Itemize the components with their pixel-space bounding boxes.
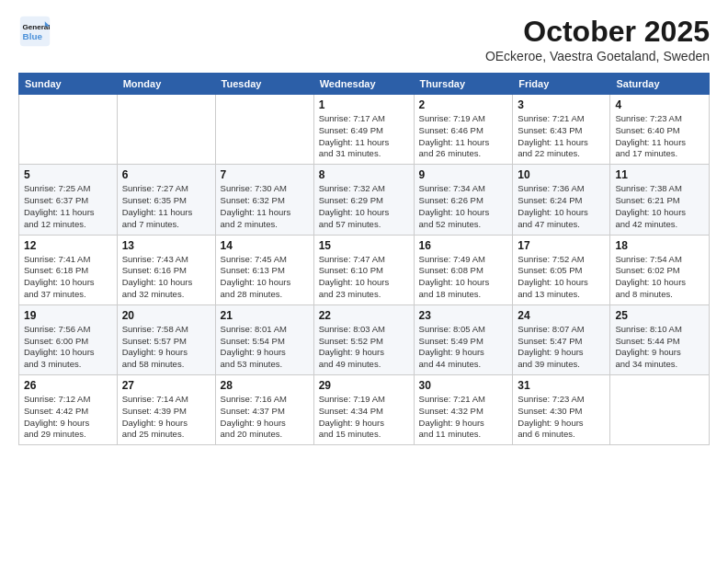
- cell-info: Sunrise: 7:38 AM Sunset: 6:21 PM Dayligh…: [615, 183, 704, 230]
- cell-info: Sunrise: 7:21 AM Sunset: 4:32 PM Dayligh…: [419, 394, 508, 441]
- cell-info: Sunrise: 8:03 AM Sunset: 5:52 PM Dayligh…: [319, 324, 409, 371]
- cell-day-number: 22: [319, 309, 409, 322]
- svg-text:Blue: Blue: [23, 31, 43, 41]
- cell-info: Sunrise: 8:10 AM Sunset: 5:44 PM Dayligh…: [615, 324, 704, 371]
- cell-day-number: 10: [518, 168, 605, 181]
- calendar-cell: [19, 95, 118, 165]
- calendar-header-wednesday: Wednesday: [313, 74, 414, 95]
- cell-day-number: 6: [122, 168, 210, 181]
- calendar-cell: 23Sunrise: 8:05 AM Sunset: 5:49 PM Dayli…: [414, 304, 513, 374]
- calendar-header-sunday: Sunday: [19, 74, 118, 95]
- cell-day-number: 2: [419, 98, 508, 111]
- cell-day-number: 27: [122, 379, 210, 392]
- cell-info: Sunrise: 7:49 AM Sunset: 6:08 PM Dayligh…: [419, 254, 508, 301]
- cell-day-number: 21: [221, 309, 309, 322]
- cell-day-number: 16: [419, 239, 508, 252]
- calendar-cell: 26Sunrise: 7:12 AM Sunset: 4:42 PM Dayli…: [19, 375, 118, 445]
- cell-info: Sunrise: 8:07 AM Sunset: 5:47 PM Dayligh…: [518, 324, 605, 371]
- cell-info: Sunrise: 7:14 AM Sunset: 4:39 PM Dayligh…: [122, 394, 210, 441]
- calendar-cell: 22Sunrise: 8:03 AM Sunset: 5:52 PM Dayli…: [313, 304, 414, 374]
- calendar-cell: 1Sunrise: 7:17 AM Sunset: 6:49 PM Daylig…: [313, 95, 414, 165]
- cell-day-number: 8: [319, 168, 409, 181]
- calendar-cell: 31Sunrise: 7:23 AM Sunset: 4:30 PM Dayli…: [513, 375, 610, 445]
- cell-day-number: 14: [221, 239, 309, 252]
- cell-info: Sunrise: 7:56 AM Sunset: 6:00 PM Dayligh…: [24, 324, 112, 371]
- location: OEckeroe, Vaestra Goetaland, Sweden: [485, 49, 710, 63]
- title-block: October 2025 OEckeroe, Vaestra Goetaland…: [485, 15, 710, 63]
- cell-info: Sunrise: 7:12 AM Sunset: 4:42 PM Dayligh…: [24, 394, 112, 441]
- cell-day-number: 18: [615, 239, 704, 252]
- calendar-cell: 8Sunrise: 7:32 AM Sunset: 6:29 PM Daylig…: [313, 165, 414, 235]
- calendar-cell: 21Sunrise: 8:01 AM Sunset: 5:54 PM Dayli…: [215, 304, 313, 374]
- calendar-cell: [215, 95, 313, 165]
- calendar-cell: 9Sunrise: 7:34 AM Sunset: 6:26 PM Daylig…: [414, 165, 513, 235]
- calendar-cell: 7Sunrise: 7:30 AM Sunset: 6:32 PM Daylig…: [215, 165, 313, 235]
- calendar-cell: 24Sunrise: 8:07 AM Sunset: 5:47 PM Dayli…: [513, 304, 610, 374]
- cell-day-number: 5: [24, 168, 112, 181]
- cell-info: Sunrise: 7:16 AM Sunset: 4:37 PM Dayligh…: [221, 394, 309, 441]
- calendar-cell: 30Sunrise: 7:21 AM Sunset: 4:32 PM Dayli…: [414, 375, 513, 445]
- cell-info: Sunrise: 7:27 AM Sunset: 6:35 PM Dayligh…: [122, 183, 210, 230]
- calendar-header-tuesday: Tuesday: [215, 74, 313, 95]
- cell-day-number: 17: [518, 239, 605, 252]
- cell-info: Sunrise: 7:23 AM Sunset: 4:30 PM Dayligh…: [518, 394, 605, 441]
- cell-day-number: 28: [221, 379, 309, 392]
- cell-info: Sunrise: 7:30 AM Sunset: 6:32 PM Dayligh…: [221, 183, 309, 230]
- cell-day-number: 29: [319, 379, 409, 392]
- cell-info: Sunrise: 7:21 AM Sunset: 6:43 PM Dayligh…: [518, 113, 605, 160]
- calendar-header-friday: Friday: [513, 74, 610, 95]
- calendar-cell: 25Sunrise: 8:10 AM Sunset: 5:44 PM Dayli…: [610, 304, 710, 374]
- calendar: SundayMondayTuesdayWednesdayThursdayFrid…: [18, 73, 710, 445]
- cell-info: Sunrise: 7:54 AM Sunset: 6:02 PM Dayligh…: [615, 254, 704, 301]
- cell-info: Sunrise: 7:36 AM Sunset: 6:24 PM Dayligh…: [518, 183, 605, 230]
- cell-info: Sunrise: 7:19 AM Sunset: 4:34 PM Dayligh…: [319, 394, 409, 441]
- calendar-cell: 27Sunrise: 7:14 AM Sunset: 4:39 PM Dayli…: [117, 375, 215, 445]
- month-title: October 2025: [485, 15, 710, 49]
- calendar-cell: 4Sunrise: 7:23 AM Sunset: 6:40 PM Daylig…: [610, 95, 710, 165]
- cell-info: Sunrise: 8:01 AM Sunset: 5:54 PM Dayligh…: [221, 324, 309, 371]
- cell-info: Sunrise: 7:47 AM Sunset: 6:10 PM Dayligh…: [319, 254, 409, 301]
- cell-info: Sunrise: 7:19 AM Sunset: 6:46 PM Dayligh…: [419, 113, 508, 160]
- calendar-cell: 6Sunrise: 7:27 AM Sunset: 6:35 PM Daylig…: [117, 165, 215, 235]
- cell-day-number: 20: [122, 309, 210, 322]
- cell-day-number: 3: [518, 98, 605, 111]
- cell-day-number: 7: [221, 168, 309, 181]
- cell-info: Sunrise: 7:17 AM Sunset: 6:49 PM Dayligh…: [319, 113, 409, 160]
- calendar-cell: 2Sunrise: 7:19 AM Sunset: 6:46 PM Daylig…: [414, 95, 513, 165]
- cell-info: Sunrise: 7:34 AM Sunset: 6:26 PM Dayligh…: [419, 183, 508, 230]
- logo-icon: General Blue: [18, 15, 51, 48]
- cell-day-number: 24: [518, 309, 605, 322]
- calendar-header-saturday: Saturday: [610, 74, 710, 95]
- calendar-cell: 10Sunrise: 7:36 AM Sunset: 6:24 PM Dayli…: [513, 165, 610, 235]
- cell-day-number: 9: [419, 168, 508, 181]
- calendar-header-row: SundayMondayTuesdayWednesdayThursdayFrid…: [19, 74, 710, 95]
- cell-day-number: 31: [518, 379, 605, 392]
- cell-day-number: 26: [24, 379, 112, 392]
- cell-info: Sunrise: 7:23 AM Sunset: 6:40 PM Dayligh…: [615, 113, 704, 160]
- calendar-cell: 19Sunrise: 7:56 AM Sunset: 6:00 PM Dayli…: [19, 304, 118, 374]
- calendar-cell: 16Sunrise: 7:49 AM Sunset: 6:08 PM Dayli…: [414, 235, 513, 304]
- calendar-cell: 11Sunrise: 7:38 AM Sunset: 6:21 PM Dayli…: [610, 165, 710, 235]
- calendar-cell: 17Sunrise: 7:52 AM Sunset: 6:05 PM Dayli…: [513, 235, 610, 304]
- calendar-cell: 12Sunrise: 7:41 AM Sunset: 6:18 PM Dayli…: [19, 235, 118, 304]
- header: General Blue October 2025 OEckeroe, Vaes…: [18, 15, 710, 63]
- cell-day-number: 1: [319, 98, 409, 111]
- calendar-header-monday: Monday: [117, 74, 215, 95]
- calendar-week-1: 1Sunrise: 7:17 AM Sunset: 6:49 PM Daylig…: [19, 95, 710, 165]
- calendar-week-5: 26Sunrise: 7:12 AM Sunset: 4:42 PM Dayli…: [19, 375, 710, 445]
- cell-info: Sunrise: 7:45 AM Sunset: 6:13 PM Dayligh…: [221, 254, 309, 301]
- cell-day-number: 30: [419, 379, 508, 392]
- calendar-header-thursday: Thursday: [414, 74, 513, 95]
- calendar-cell: 18Sunrise: 7:54 AM Sunset: 6:02 PM Dayli…: [610, 235, 710, 304]
- calendar-cell: 14Sunrise: 7:45 AM Sunset: 6:13 PM Dayli…: [215, 235, 313, 304]
- cell-info: Sunrise: 7:58 AM Sunset: 5:57 PM Dayligh…: [122, 324, 210, 371]
- cell-info: Sunrise: 7:43 AM Sunset: 6:16 PM Dayligh…: [122, 254, 210, 301]
- calendar-cell: 3Sunrise: 7:21 AM Sunset: 6:43 PM Daylig…: [513, 95, 610, 165]
- calendar-cell: 20Sunrise: 7:58 AM Sunset: 5:57 PM Dayli…: [117, 304, 215, 374]
- cell-info: Sunrise: 7:32 AM Sunset: 6:29 PM Dayligh…: [319, 183, 409, 230]
- page: General Blue October 2025 OEckeroe, Vaes…: [0, 0, 728, 563]
- cell-day-number: 12: [24, 239, 112, 252]
- cell-info: Sunrise: 7:41 AM Sunset: 6:18 PM Dayligh…: [24, 254, 112, 301]
- cell-day-number: 23: [419, 309, 508, 322]
- calendar-cell: 15Sunrise: 7:47 AM Sunset: 6:10 PM Dayli…: [313, 235, 414, 304]
